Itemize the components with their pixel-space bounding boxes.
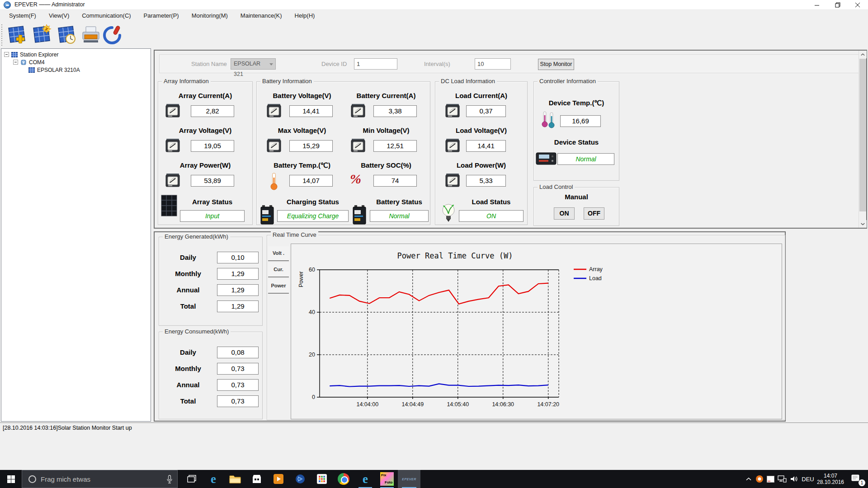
tray-volume-icon[interactable] bbox=[788, 470, 800, 488]
tray-action-center[interactable]: 1 bbox=[846, 470, 867, 488]
meter-icon bbox=[445, 138, 460, 155]
battery-status-label: Battery Status bbox=[370, 198, 429, 206]
menu-help[interactable]: Help(H) bbox=[288, 10, 321, 22]
taskbar-store[interactable] bbox=[246, 470, 268, 488]
taskbar-fixfoto[interactable]: Fix Foto bbox=[376, 470, 398, 488]
annual-generated-value: 1,29 bbox=[217, 284, 259, 296]
device-id-input[interactable] bbox=[354, 58, 397, 70]
array-power-label: Array Power(W) bbox=[158, 161, 252, 169]
tray-window-icon bbox=[767, 476, 774, 483]
tab-volt[interactable]: Volt . bbox=[268, 246, 289, 261]
svg-text:40: 40 bbox=[309, 309, 315, 315]
taskbar-chrome[interactable] bbox=[333, 470, 354, 488]
stop-monitor-button[interactable]: Stop Monitor bbox=[538, 59, 574, 70]
chart-canvas: Power Real Time Curve (W)Power020406014:… bbox=[291, 244, 782, 419]
group-title: Energy Generated(kWh) bbox=[163, 233, 230, 240]
controller-information-group: Controller Information Device Temp.(℃) 1… bbox=[533, 81, 619, 181]
status-log-text: [28.10.2016 14:03:16]Solar Station Monit… bbox=[3, 425, 132, 431]
epever-app-icon: EPEVER bbox=[402, 478, 416, 481]
taskbar-search[interactable] bbox=[22, 470, 178, 488]
window-title: EPEVER —— Administrator bbox=[14, 1, 85, 8]
menu-communication[interactable]: Communication(C) bbox=[75, 10, 137, 22]
close-button[interactable] bbox=[848, 0, 868, 10]
scroll-down-icon[interactable] bbox=[859, 220, 867, 228]
svg-text:Array: Array bbox=[589, 266, 603, 272]
tray-show-hidden-icons[interactable] bbox=[743, 470, 754, 488]
station-explorer-tree: Station Explorer COM4 EPSOLAR 3210A bbox=[1, 48, 151, 422]
timing-monitor-icon[interactable] bbox=[55, 24, 77, 46]
add-station-icon[interactable] bbox=[5, 24, 27, 46]
battery-soc-value: 74 bbox=[373, 175, 417, 187]
tray-app-icon[interactable] bbox=[765, 470, 776, 488]
menu-view[interactable]: View(V) bbox=[42, 10, 75, 22]
meter-icon bbox=[351, 138, 365, 155]
station-name-select[interactable]: EPSOLAR 321 bbox=[231, 58, 276, 70]
daily-generated-value: 0,10 bbox=[217, 252, 259, 263]
tree-item-label: EPSOLAR 3210A bbox=[37, 67, 80, 73]
tray-network-icon[interactable] bbox=[776, 470, 788, 488]
search-input[interactable] bbox=[41, 475, 154, 483]
scroll-up-icon[interactable] bbox=[859, 51, 867, 58]
percent-icon: % bbox=[350, 171, 361, 187]
total-consumed-value: 0,73 bbox=[217, 395, 259, 407]
battery-icon bbox=[352, 205, 367, 226]
task-view-button[interactable] bbox=[181, 470, 203, 488]
collapse-icon[interactable] bbox=[4, 52, 9, 57]
load-on-button[interactable]: ON bbox=[554, 207, 575, 220]
thermometer-icon bbox=[269, 172, 279, 192]
energy-and-curve-panel: Energy Generated(kWh) Daily 0,10 Monthly… bbox=[154, 231, 786, 422]
taskbar-realplayer[interactable] bbox=[289, 470, 311, 488]
tab-power[interactable]: Power bbox=[268, 279, 289, 294]
menu-maintenance[interactable]: Maintenance(K) bbox=[234, 10, 288, 22]
taskbar-internet-explorer[interactable]: e bbox=[354, 470, 376, 488]
load-status-value: ON bbox=[459, 210, 524, 222]
taskbar-media-player[interactable] bbox=[268, 470, 289, 488]
tray-clock[interactable]: 14:07 28.10.2016 bbox=[816, 470, 845, 488]
tab-current[interactable]: Cur. bbox=[268, 263, 289, 277]
taskbar-edge[interactable]: e bbox=[203, 470, 224, 488]
array-information-group: Array Information Array Current(A) 2,82 … bbox=[158, 81, 253, 225]
meter-icon bbox=[267, 103, 281, 120]
scrollbar-thumb[interactable] bbox=[859, 59, 866, 211]
task-view-icon bbox=[187, 475, 196, 483]
vertical-scrollbar[interactable] bbox=[859, 51, 866, 228]
battery-current-value: 3,38 bbox=[373, 105, 417, 117]
exit-icon[interactable] bbox=[101, 24, 123, 46]
battery-status-value: Normal bbox=[370, 210, 429, 222]
daily-label: Daily bbox=[165, 347, 212, 358]
max-voltage-label: Max Voltage(V) bbox=[263, 127, 341, 134]
station-icon bbox=[11, 52, 18, 57]
station-config-icon[interactable] bbox=[30, 24, 52, 46]
min-voltage-value: 12,51 bbox=[373, 140, 417, 152]
com-port-icon bbox=[20, 60, 27, 65]
start-button[interactable] bbox=[0, 470, 22, 488]
microphone-icon[interactable] bbox=[166, 475, 173, 484]
menu-system[interactable]: System(F) bbox=[3, 10, 42, 22]
taskbar-app-grid[interactable] bbox=[311, 470, 333, 488]
load-off-button[interactable]: OFF bbox=[584, 207, 604, 220]
tree-item-com4[interactable]: COM4 bbox=[13, 58, 45, 66]
battery-soc-label: Battery SOC(%) bbox=[347, 161, 425, 169]
charging-status-label: Charging Status bbox=[277, 198, 349, 206]
tray-language[interactable]: DEU bbox=[800, 470, 816, 488]
fixfoto-text: Foto bbox=[385, 480, 392, 484]
svg-text:Load: Load bbox=[589, 275, 602, 282]
restore-button[interactable] bbox=[827, 0, 848, 10]
taskbar-file-explorer[interactable] bbox=[224, 470, 246, 488]
menu-parameter[interactable]: Parameter(P) bbox=[137, 10, 185, 22]
minimize-button[interactable] bbox=[807, 0, 827, 10]
total-label: Total bbox=[165, 300, 212, 312]
taskbar-epever-active[interactable]: EPEVER bbox=[398, 470, 420, 488]
svg-text:0: 0 bbox=[312, 394, 315, 400]
menu-monitoring[interactable]: Monitoring(M) bbox=[185, 10, 234, 22]
array-current-value: 2,82 bbox=[191, 105, 234, 117]
tray-antivirus-icon[interactable] bbox=[754, 470, 765, 488]
tree-item-station-explorer[interactable]: Station Explorer bbox=[4, 51, 58, 58]
collapse-icon[interactable] bbox=[13, 60, 18, 65]
tree-item-epsolar[interactable]: EPSOLAR 3210A bbox=[28, 66, 80, 74]
svg-text:14:05:40: 14:05:40 bbox=[447, 401, 469, 408]
interval-input[interactable] bbox=[475, 58, 511, 70]
print-icon[interactable] bbox=[80, 24, 102, 46]
close-icon bbox=[855, 3, 860, 8]
charging-status-value: Equalizing Charge bbox=[277, 210, 349, 222]
